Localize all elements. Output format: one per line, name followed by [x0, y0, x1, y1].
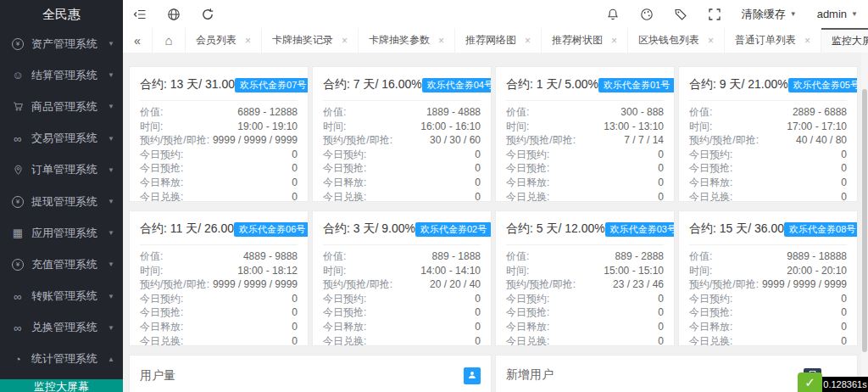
- card-row: 今日释放:0: [689, 320, 847, 334]
- card-row: 今日兑换:0: [689, 334, 847, 346]
- tab-label: 区块钱包列表: [638, 33, 699, 48]
- sidebar-item-9[interactable]: ∞兑换管理系统▼: [0, 312, 123, 344]
- tab-3[interactable]: 推荐网络图×: [455, 28, 542, 53]
- username: admin: [817, 8, 847, 20]
- chevron-down-icon: ▼: [108, 103, 114, 110]
- tab-label: 卡牌抽奖记录: [272, 33, 333, 48]
- sidebar-item-8[interactable]: ∞转账管理系统▼: [0, 281, 123, 312]
- sidebar-item-label: 交易管理系统: [31, 131, 108, 146]
- tab-7[interactable]: 监控大屏幕×: [821, 28, 868, 53]
- sidebar-item-label: 商品管理系统: [31, 99, 108, 115]
- card-row: 时间:19:00 - 19:10: [140, 120, 298, 134]
- close-icon[interactable]: ×: [438, 35, 444, 47]
- tab-2[interactable]: 卡牌抽奖参数×: [359, 28, 455, 53]
- theme-icon[interactable]: [630, 0, 664, 28]
- contract-title: 合约: 3 天/ 9.00%: [323, 221, 415, 237]
- sidebar-item-10[interactable]: ◔统计管理系统▲: [0, 344, 123, 375]
- close-icon[interactable]: ×: [525, 35, 531, 47]
- sidebar-item-label: 兑换管理系统: [31, 320, 108, 335]
- home-icon: ⌂: [164, 33, 172, 48]
- close-icon[interactable]: ×: [342, 35, 348, 47]
- user-list-button[interactable]: [464, 367, 481, 384]
- card-row: 今日预抢:0: [140, 305, 298, 320]
- row-label: 预约/预抢/即抢:: [323, 133, 392, 148]
- row-label: 今日预抢:: [506, 161, 549, 176]
- card-row: 价值:4889 - 9888: [140, 249, 298, 264]
- clear-cache-dropdown[interactable]: 清除缓存 ▼: [732, 0, 807, 28]
- tab-5[interactable]: 区块钱包列表×: [628, 28, 725, 53]
- card-body: 价值:889 - 1888时间:14:00 - 14:10预约/预抢/即抢:20…: [323, 245, 481, 346]
- tag-icon[interactable]: [664, 0, 698, 28]
- row-label: 价值:: [689, 249, 712, 264]
- row-value: 14:00 - 14:10: [420, 264, 481, 278]
- collapse-sidebar-icon[interactable]: [123, 0, 157, 28]
- sidebar-item-1[interactable]: ☺结算管理系统▼: [0, 59, 123, 91]
- card-header: 合约: 5 天/ 12.00%欢乐代金券03号: [506, 211, 664, 245]
- tab-6[interactable]: 普通订单列表×: [725, 28, 821, 53]
- tab-label: 普通订单列表: [735, 33, 796, 48]
- row-label: 预约/预抢/即抢:: [140, 133, 209, 148]
- grid-icon: ▦: [11, 227, 25, 238]
- bell-icon[interactable]: [596, 0, 630, 28]
- card-row: 价值:9889 - 18888: [689, 249, 847, 264]
- sidebar-item-7[interactable]: ¥充值管理系统▼: [0, 249, 123, 280]
- row-label: 时间:: [140, 264, 163, 278]
- scrollbar-thumb[interactable]: [862, 89, 867, 352]
- card-row: 预约/预抢/即抢:20 / 20 / 40: [323, 277, 481, 292]
- chart-title: 用户量: [140, 368, 175, 384]
- card-row: 价值:889 - 2888: [506, 249, 664, 264]
- admin-dashboard: 全民惠 ¥资产管理系统▼☺结算管理系统▼商品管理系统▼∞交易管理系统▼订单管理系…: [0, 0, 868, 392]
- row-label: 价值:: [323, 105, 346, 120]
- chart-header: 用户量: [140, 356, 481, 384]
- home-tab[interactable]: ⌂: [153, 28, 186, 53]
- trace-toggle-button[interactable]: ✓: [798, 372, 822, 392]
- sidebar-item-5[interactable]: ¥提现管理系统▼: [0, 186, 123, 217]
- card-row: 预约/预抢/即抢:7 / 7 / 14: [506, 133, 664, 148]
- refresh-icon[interactable]: [191, 0, 225, 28]
- chevron-down-icon: ▼: [108, 324, 114, 332]
- row-label: 今日释放:: [140, 176, 183, 190]
- sidebar-item-3[interactable]: ∞交易管理系统▼: [0, 123, 123, 154]
- close-icon[interactable]: ×: [245, 35, 251, 47]
- card-header: 合约: 1 天/ 5.00%欢乐代金券01号: [506, 67, 664, 101]
- row-value: 0: [658, 176, 664, 190]
- fullscreen-icon[interactable]: [698, 0, 732, 28]
- card-body: 价值:2889 - 6888时间:17:00 - 17:10预约/预抢/即抢:4…: [689, 101, 847, 202]
- contract-title: 合约: 11 天/ 26.00: [140, 221, 234, 237]
- yen-circle-icon: ¥: [11, 259, 25, 271]
- sidebar-item-4[interactable]: 订单管理系统▼: [0, 154, 123, 186]
- close-icon[interactable]: ×: [611, 35, 617, 47]
- row-label: 今日预抢:: [689, 305, 732, 320]
- tab-0[interactable]: 会员列表×: [186, 28, 262, 53]
- tab-4[interactable]: 推荐树状图×: [542, 28, 628, 53]
- sidebar-item-2[interactable]: 商品管理系统▼: [0, 91, 123, 122]
- globe-icon[interactable]: [157, 0, 191, 28]
- voucher-badge: 欢乐代金券08号 (未开放): [784, 222, 858, 237]
- card-row: 价值:6889 - 12888: [140, 105, 298, 120]
- yen-circle-icon: ¥: [11, 38, 25, 50]
- close-icon[interactable]: ×: [708, 35, 714, 47]
- card-row: 今日兑换:0: [323, 334, 481, 346]
- tabs-scroll-left-button[interactable]: «: [123, 28, 153, 53]
- sidebar-item-0[interactable]: ¥资产管理系统▼: [0, 28, 123, 59]
- chevron-down-icon: ▼: [108, 166, 114, 174]
- row-label: 预约/预抢/即抢:: [506, 277, 576, 292]
- sidebar-item-monitor-screen[interactable]: 监控大屏幕: [0, 379, 123, 392]
- row-value: 0: [292, 161, 298, 176]
- row-label: 今日兑换:: [140, 190, 183, 202]
- row-value: 0: [292, 334, 298, 346]
- card-row: 预约/预抢/即抢:23 / 23 / 46: [506, 277, 664, 292]
- user-dropdown[interactable]: admin ▼: [807, 0, 868, 28]
- close-icon[interactable]: ×: [804, 35, 810, 47]
- card-row: 预约/预抢/即抢:9999 / 9999 / 9999: [689, 277, 847, 292]
- chart-title: 新增用户: [506, 367, 554, 383]
- card-row: 时间:17:00 - 17:10: [689, 120, 847, 134]
- row-label: 今日兑换:: [506, 190, 549, 202]
- tab-1[interactable]: 卡牌抽奖记录×: [262, 28, 359, 53]
- card-row: 今日预抢:0: [689, 161, 847, 176]
- row-label: 今日预约:: [506, 292, 549, 306]
- row-value: 0: [475, 320, 481, 334]
- sidebar-item-label: 资产管理系统: [31, 36, 108, 52]
- vertical-scrollbar[interactable]: [861, 53, 868, 392]
- sidebar-item-6[interactable]: ▦应用管理系统▼: [0, 217, 123, 249]
